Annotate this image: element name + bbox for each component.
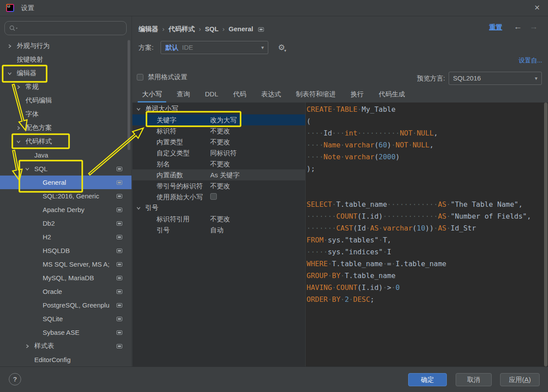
style-row-keywords[interactable]: 关键字改为大写 — [132, 114, 305, 125]
sidebar-item-label: 字体 — [26, 110, 39, 118]
style-row-custom-types[interactable]: 自定义类型同标识符 — [132, 147, 305, 158]
sidebar-item-postgresql-greenplum[interactable]: PostgreSQL, Greenplu — [0, 298, 132, 312]
sidebar-item-mysql-mariadb[interactable]: MySQL, MariaDB — [0, 271, 132, 285]
tab-tabs-indents[interactable]: 制表符和缩进 — [296, 89, 336, 103]
style-row-quoted-identifiers[interactable]: 带引号的标识符不更改 — [132, 180, 305, 191]
style-row-value[interactable]: 不更改 — [210, 180, 230, 191]
sidebar-item-sqlite[interactable]: SQLite — [0, 312, 132, 326]
sidebar-item-editor-general[interactable]: 常规 — [0, 80, 132, 94]
breadcrumb-separator: › — [199, 25, 201, 33]
style-row-value[interactable]: 不更改 — [210, 158, 230, 169]
style-row-built-in-types[interactable]: 内置类型不更改 — [132, 136, 305, 147]
breadcrumb-item[interactable]: 代码样式 — [168, 25, 195, 33]
chevron-down-icon[interactable] — [7, 71, 12, 76]
sidebar-scrollbar[interactable] — [128, 40, 130, 150]
gear-icon[interactable]: ⚙▾ — [278, 42, 286, 56]
sidebar-item-sql-general[interactable]: General — [0, 176, 132, 189]
sidebar-item-db2[interactable]: Db2 — [0, 216, 132, 230]
sidebar-item-code-style[interactable]: 代码样式 — [0, 135, 132, 148]
tab-code-generation[interactable]: 代码生成 — [379, 89, 405, 103]
style-row-value[interactable]: 不更改 — [210, 213, 230, 224]
apply-button[interactable]: 应用(A) — [500, 373, 540, 386]
sidebar-item-color-scheme[interactable]: 配色方案 — [0, 121, 132, 135]
style-row-use-original-case[interactable]: 使用原始大小写 — [132, 191, 305, 202]
chevron-down-icon[interactable] — [25, 166, 30, 172]
style-row-value[interactable]: 改为大写 — [210, 114, 237, 125]
chevron-right-icon[interactable] — [25, 344, 30, 349]
sidebar-item-label: 代码编辑 — [26, 96, 52, 105]
sidebar-item-appearance-behavior[interactable]: 外观与行为 — [0, 39, 132, 53]
sidebar-item-editorconfig[interactable]: EditorConfig — [0, 353, 132, 366]
sidebar-item-oracle[interactable]: Oracle — [0, 285, 132, 298]
style-row-name: 使用原始大小写 — [157, 191, 203, 202]
close-icon[interactable]: ✕ — [534, 0, 540, 16]
per-language-settings-icon — [117, 303, 122, 308]
ok-button[interactable]: 确定 — [408, 373, 447, 386]
settings-group-header[interactable]: 单词大小写 — [132, 103, 305, 114]
sidebar-item-apache-derby[interactable]: Apache Derby — [0, 203, 132, 216]
help-icon[interactable]: ? — [9, 373, 21, 385]
tab-queries[interactable]: 查询 — [177, 89, 190, 103]
sidebar-item-style-sheets[interactable]: 样式表 — [0, 339, 132, 353]
style-row-value[interactable]: 同标识符 — [210, 147, 237, 158]
chevron-down-icon[interactable] — [136, 205, 141, 211]
sidebar-item-font[interactable]: 字体 — [0, 107, 132, 121]
back-arrow-icon[interactable]: ← — [514, 22, 522, 32]
style-row-identifier-quotation[interactable]: 标识符引用不更改 — [132, 213, 305, 224]
preview-dialect-dropdown[interactable]: SQL2016 ▾ — [449, 72, 542, 85]
cancel-button[interactable]: 取消 — [456, 373, 492, 386]
sidebar-item-ms-sql-server[interactable]: MS SQL Server, MS A; — [0, 257, 132, 271]
per-language-settings-icon — [117, 330, 122, 335]
style-row-value[interactable]: 不更改 — [210, 136, 230, 147]
breadcrumb-item[interactable]: SQL — [205, 25, 219, 33]
sidebar-item-sybase-ase[interactable]: Sybase ASE — [0, 326, 132, 339]
sidebar-item-label: Java — [34, 151, 48, 159]
tab-expressions[interactable]: 表达式 — [261, 89, 281, 103]
style-row-built-in-functions[interactable]: 内置函数As 关键字 — [132, 169, 305, 180]
scheme-dropdown[interactable]: 默认IDE ▾ — [161, 41, 268, 54]
sidebar-item-sql2016-generic[interactable]: SQL:2016, Generic — [0, 189, 132, 203]
sidebar-item-editor[interactable]: 编辑器 — [0, 66, 132, 80]
sidebar-item-keymap[interactable]: 按键映射 — [0, 53, 132, 66]
chevron-right-icon[interactable] — [16, 125, 21, 131]
scheme-suffix: IDE — [182, 44, 193, 51]
tab-wrapping[interactable]: 换行 — [351, 89, 364, 103]
per-language-settings-icon — [117, 289, 122, 294]
search-input[interactable] — [4, 21, 127, 35]
sidebar-item-code-editing[interactable]: 代码编辑 — [0, 94, 132, 107]
style-row-value[interactable]: 自动 — [210, 224, 223, 235]
chevron-down-icon[interactable] — [16, 139, 21, 144]
sidebar-item-label: PostgreSQL, Greenplu — [43, 301, 110, 309]
tab-case[interactable]: 大小写 — [142, 89, 162, 103]
tab-ddl[interactable]: DDL — [205, 89, 218, 103]
reset-link[interactable]: 重置 — [489, 23, 502, 32]
breadcrumb-item[interactable]: 编辑器 — [139, 25, 158, 33]
chevron-right-icon[interactable] — [16, 84, 21, 90]
settings-from-link[interactable]: 设置自... — [519, 57, 542, 65]
disable-format-checkbox[interactable] — [137, 74, 143, 81]
sidebar-item-sql[interactable]: SQL — [0, 162, 132, 176]
sidebar-item-hsqldb[interactable]: HSQLDB — [0, 244, 132, 257]
settings-group-label: 引号 — [145, 204, 158, 212]
chevron-down-icon[interactable] — [136, 106, 141, 112]
breadcrumb-item[interactable]: General — [229, 25, 253, 33]
sidebar-item-java[interactable]: Java — [0, 148, 132, 162]
chevron-right-icon[interactable] — [7, 44, 12, 49]
sidebar-item-h2[interactable]: H2 — [0, 230, 132, 244]
style-row-aliases[interactable]: 别名不更改 — [132, 158, 305, 169]
preview-dialect-label: 预览方言: — [417, 72, 445, 85]
style-row-name: 带引号的标识符 — [157, 180, 203, 191]
settings-group-header[interactable]: 引号 — [132, 202, 305, 213]
scheme-value: 默认 — [165, 44, 179, 51]
window-title: 设置 — [21, 0, 34, 16]
settings-dialog: IJ 设置 ✕ 外观与行为按键映射编辑器常规代码编辑字体配色方案代码样式Java… — [0, 0, 548, 392]
style-row-value[interactable]: 不更改 — [210, 125, 230, 136]
content-area: 单词大小写关键字改为大写标识符不更改内置类型不更改自定义类型同标识符别名不更改内… — [132, 103, 548, 366]
code-scrollbar[interactable] — [544, 103, 548, 366]
style-row-quotes[interactable]: 引号自动 — [132, 224, 305, 235]
style-row-checkbox[interactable] — [210, 193, 217, 200]
style-row-value[interactable]: As 关键字 — [210, 169, 240, 180]
sidebar-item-label: Apache Derby — [43, 206, 84, 213]
style-row-identifiers[interactable]: 标识符不更改 — [132, 125, 305, 136]
tab-code[interactable]: 代码 — [233, 89, 246, 103]
